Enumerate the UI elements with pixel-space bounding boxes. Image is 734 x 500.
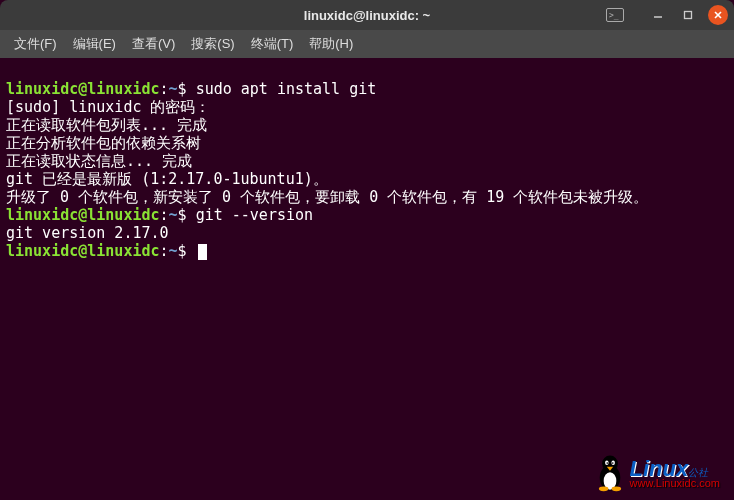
output-line: git 已经是最新版 (1:2.17.0-1ubuntu1)。 xyxy=(6,170,328,188)
prompt-userhost: linuxidc@linuxidc xyxy=(6,242,160,260)
window-title: linuxidc@linuxidc: ~ xyxy=(304,8,430,23)
prompt-colon: : xyxy=(160,242,169,260)
watermark-sub: 公社 xyxy=(688,467,708,478)
output-line: 正在读取软件包列表... 完成 xyxy=(6,116,207,134)
terminal-output-area[interactable]: linuxidc@linuxidc:~$ sudo apt install gi… xyxy=(0,58,734,264)
menu-view[interactable]: 查看(V) xyxy=(128,33,179,55)
prompt-colon: : xyxy=(160,206,169,224)
command-line: sudo apt install git xyxy=(196,80,377,98)
prompt-path: ~ xyxy=(169,80,178,98)
output-line: [sudo] linuxidc 的密码： xyxy=(6,98,211,116)
prompt-colon: : xyxy=(160,80,169,98)
close-button[interactable] xyxy=(708,5,728,25)
menu-edit[interactable]: 编辑(E) xyxy=(69,33,120,55)
watermark-url: www.Linuxidc.com xyxy=(630,478,720,489)
svg-point-11 xyxy=(598,486,608,491)
menu-file[interactable]: 文件(F) xyxy=(10,33,61,55)
menu-terminal[interactable]: 终端(T) xyxy=(247,33,298,55)
window-controls xyxy=(648,5,728,25)
svg-point-10 xyxy=(611,462,613,464)
output-line: 正在分析软件包的依赖关系树 xyxy=(6,134,201,152)
svg-rect-1 xyxy=(685,12,692,19)
svg-point-9 xyxy=(606,462,608,464)
output-line: git version 2.17.0 xyxy=(6,224,169,242)
minimize-button[interactable] xyxy=(648,5,668,25)
watermark-text: Linux公社 www.Linuxidc.com xyxy=(630,458,720,489)
prompt-path: ~ xyxy=(169,206,178,224)
prompt-userhost: linuxidc@linuxidc xyxy=(6,80,160,98)
prompt-userhost: linuxidc@linuxidc xyxy=(6,206,160,224)
watermark-logo: Linux公社 www.Linuxidc.com xyxy=(594,454,720,492)
prompt-dollar: $ xyxy=(178,242,187,260)
maximize-button[interactable] xyxy=(678,5,698,25)
terminal-cursor xyxy=(198,244,207,260)
terminal-indicator-icon: >_ xyxy=(606,8,624,22)
menu-search[interactable]: 搜索(S) xyxy=(187,33,238,55)
output-line: 升级了 0 个软件包，新安装了 0 个软件包，要卸载 0 个软件包，有 19 个… xyxy=(6,188,648,206)
svg-point-12 xyxy=(611,486,621,491)
prompt-path: ~ xyxy=(169,242,178,260)
output-line: 正在读取状态信息... 完成 xyxy=(6,152,192,170)
menu-help[interactable]: 帮助(H) xyxy=(305,33,357,55)
prompt-dollar: $ xyxy=(178,206,187,224)
window-titlebar: linuxidc@linuxidc: ~ >_ xyxy=(0,0,734,30)
penguin-icon xyxy=(594,454,626,492)
prompt-dollar: $ xyxy=(178,80,187,98)
menu-bar: 文件(F) 编辑(E) 查看(V) 搜索(S) 终端(T) 帮助(H) xyxy=(0,30,734,58)
command-line: git --version xyxy=(196,206,313,224)
